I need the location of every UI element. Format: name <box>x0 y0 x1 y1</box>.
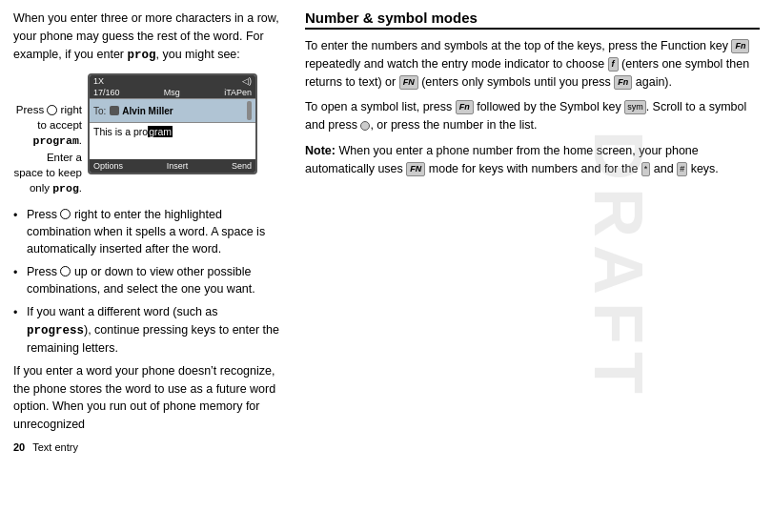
phone-screen: 1X ◁) 17/160 Msg iTAPen To: Alvin Miller <box>88 73 257 174</box>
counter-mid: Msg <box>164 88 180 97</box>
fn-key-2: Fn <box>614 75 632 90</box>
contact-icon <box>110 106 119 115</box>
page-number: 20 <box>13 441 25 453</box>
press-caption: Press rightto acceptprogram. Enter aspac… <box>13 102 88 196</box>
phone-counter-bar: 17/160 Msg iTAPen <box>90 87 255 98</box>
para2: To open a symbol list, press Fn followed… <box>305 98 760 134</box>
bullet-dot: • <box>13 207 27 224</box>
phone-diagram-area: Press rightto acceptprogram. Enter aspac… <box>13 73 284 196</box>
message-highlight: gram <box>148 126 173 137</box>
options-option: Options <box>93 161 123 171</box>
para2-mid: followed by the Symbol key <box>474 100 624 113</box>
note-label: Note: <box>305 144 336 157</box>
nav-btn-1 <box>60 209 71 219</box>
press-text: Press rightto acceptprogram. Enter aspac… <box>13 104 82 193</box>
list-item: • If you want a different word (such as … <box>13 303 284 356</box>
counter-left: 17/160 <box>93 88 120 97</box>
intro-bold-word: prog <box>128 49 156 62</box>
phone-message-area: This is a program <box>90 123 255 159</box>
counter-right: iTAPen <box>224 88 252 97</box>
note-end: keys. <box>687 162 719 175</box>
sym-key: sym <box>624 100 646 114</box>
options-send: Send <box>232 161 252 171</box>
para1: To enter the numbers and symbols at the … <box>305 37 760 91</box>
options-insert: Insert <box>167 161 189 171</box>
bottom-text-content: If you enter a word your phone doesn’t r… <box>13 364 275 431</box>
bottom-paragraph: If you enter a word your phone doesn’t r… <box>13 362 284 434</box>
bullet-text-3: If you want a different word (such as pr… <box>27 303 284 356</box>
list-item: • Press right to enter the highlighted c… <box>13 206 284 257</box>
right-column: Number & symbol modes To enter the numbe… <box>295 0 773 532</box>
hash-key: # <box>677 162 687 176</box>
list-item: • Press up or down to view other possibl… <box>13 263 284 297</box>
fn-note-key: FN <box>406 162 425 176</box>
left-column: When you enter three or more characters … <box>0 0 295 532</box>
bullet-dot: • <box>13 264 27 281</box>
para1-start: To enter the numbers and symbols at the … <box>305 39 731 52</box>
bullet-dot: • <box>13 304 27 321</box>
bullet-text-1: Press right to enter the highlighted com… <box>27 206 284 257</box>
center-btn <box>360 121 370 131</box>
status-signal: ◁) <box>242 76 252 86</box>
page-footer: 20 Text entry <box>13 441 284 453</box>
para2-start: To open a symbol list, press <box>305 100 456 113</box>
fn-indicator: FN <box>399 75 418 90</box>
phone-status-bar: 1X ◁) <box>90 75 255 87</box>
note-paragraph: Note: When you enter a phone number from… <box>305 142 760 178</box>
phone-to-row: To: Alvin Miller <box>90 98 255 123</box>
para1-end2: again). <box>632 75 672 89</box>
contact-name: Alvin Miller <box>122 106 173 116</box>
phone-screen-container: 1X ◁) 17/160 Msg iTAPen To: Alvin Miller <box>88 73 284 174</box>
fn-key-1: Fn <box>731 39 749 53</box>
para2-end: , or press the number in the list. <box>370 118 537 132</box>
para1-end: (enters only symbols until you press <box>418 75 615 89</box>
f-indicator: f <box>608 57 619 72</box>
intro-text-end: , you might see: <box>156 48 240 61</box>
note-mid: mode for keys with numbers and for the <box>425 162 641 175</box>
footer-label: Text entry <box>32 441 78 453</box>
section-heading: Number & symbol modes <box>305 10 760 30</box>
bullet-list: • Press right to enter the highlighted c… <box>13 206 284 357</box>
intro-paragraph: When you enter three or more characters … <box>13 10 284 64</box>
to-label: To: <box>93 106 106 116</box>
para1-mid: repeatedly and watch the entry mode indi… <box>305 57 608 71</box>
phone-options-bar: Options Insert Send <box>90 159 255 173</box>
note-and: and <box>650 162 677 175</box>
status-left: 1X <box>93 76 104 86</box>
scroll-bar <box>247 101 252 120</box>
bullet-text-2: Press up or down to view other possible … <box>27 263 284 297</box>
message-text: This is a pro <box>93 126 148 137</box>
fn-key-3: Fn <box>456 100 474 114</box>
star-key: * <box>641 162 651 176</box>
nav-btn-2 <box>60 266 71 276</box>
nav-button-icon <box>47 105 57 115</box>
